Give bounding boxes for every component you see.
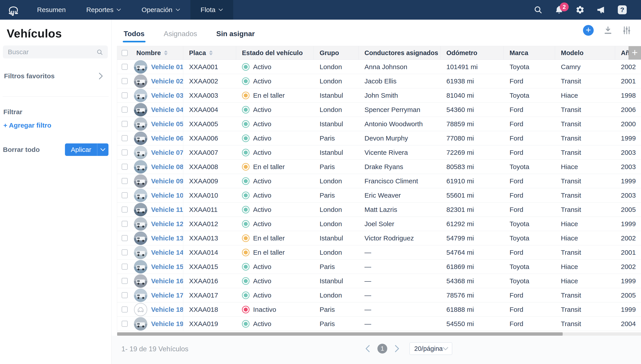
vehicle-name-link[interactable]: Vehicle 04 [151,106,183,114]
table-row[interactable]: Vehicle 10XXAA010ActivoParisEric Weaver5… [117,188,641,202]
vehicle-name-link[interactable]: Vehicle 19 [151,320,183,328]
page-size-select[interactable]: 20/página [410,342,452,355]
row-checkbox[interactable] [122,292,128,298]
table-row[interactable]: Vehicle 04XXAA004ActivoLondonSpencer Per… [117,102,641,117]
table-row[interactable]: Vehicle 16XXAA016ActivoIstanbul—54368 mi… [117,274,641,288]
row-checkbox[interactable] [122,206,128,212]
table-row[interactable]: Vehicle 05XXAA005ActivoIstanbulAntonio W… [117,117,641,131]
status-label: Activo [253,320,271,328]
row-checkbox[interactable] [122,192,128,198]
vehicle-name-link[interactable]: Vehicle 07 [151,149,183,156]
vehicle-photo [134,260,148,274]
vehicle-name-link[interactable]: Vehicle 12 [151,220,183,228]
row-checkbox[interactable] [122,64,128,70]
table-row[interactable]: Vehicle 07XXAA007ActivoIstanbulVicente R… [117,146,641,160]
row-checkbox[interactable] [122,106,128,113]
search-icon[interactable] [533,5,543,14]
year-cell: 1999 [615,217,641,231]
search-input[interactable] [3,46,108,58]
favorite-filters-row[interactable]: Filtros favoritos [4,72,103,80]
drivers-cell: Anna Johnson [359,60,441,74]
vehicle-name-link[interactable]: Vehicle 18 [151,306,183,313]
table-row[interactable]: Vehicle 11XXAA011ActivoLondonMatt Lazris… [117,202,641,217]
sort-icon[interactable] [164,50,168,55]
table-row[interactable]: Vehicle 19XXAA019ActivoParis—54550 miFor… [117,317,641,331]
vehicle-name-link[interactable]: Vehicle 09 [151,177,183,185]
table-row[interactable]: Vehicle 12XXAA012ActivoLondonJoel Soler6… [117,217,641,231]
table-row[interactable]: Vehicle 18XXAA018InactivoParis—61888 miF… [117,302,641,317]
vehicle-name-link[interactable]: Vehicle 08 [151,163,183,170]
row-checkbox[interactable] [122,249,128,256]
year-cell: 2001 [615,245,641,260]
table-row[interactable]: Vehicle 06XXAA006ActivoParisDevon Murphy… [117,131,641,146]
tab-asignados[interactable]: Asignados [164,30,197,39]
nav-item-operacion[interactable]: Operación [131,0,190,20]
vehicle-name-link[interactable]: Vehicle 10 [151,192,183,199]
clear-all-button[interactable]: Borrar todo [3,146,40,154]
row-checkbox[interactable] [122,121,128,127]
prev-page-button[interactable] [365,345,371,352]
column-header-name[interactable]: Nombre [131,46,183,60]
add-vehicle-button[interactable]: + [583,25,594,36]
row-checkbox[interactable] [122,150,128,156]
apply-button[interactable]: Aplicar [65,144,97,156]
row-checkbox[interactable] [122,306,128,312]
row-checkbox[interactable] [122,221,128,227]
year-cell: 2000 [615,117,641,131]
table-row[interactable]: Vehicle 13XXAA013En el tallerIstanbulVic… [117,231,641,245]
status-cell: Activo [236,202,314,216]
row-checkbox[interactable] [122,135,128,141]
page-1-button[interactable]: 1 [377,344,387,354]
select-all-checkbox[interactable] [122,50,128,56]
add-filter-button[interactable]: + Agregar filtro [3,122,111,129]
status-label: Activo [253,177,271,185]
row-checkbox[interactable] [122,178,128,184]
vehicle-name-link[interactable]: Vehicle 16 [151,277,183,285]
nav-item-flota[interactable]: Flota [190,0,233,20]
table-row[interactable]: Vehicle 15XXAA015ActivoParis—61869 miToy… [117,260,641,274]
vehicle-name-link[interactable]: Vehicle 03 [151,92,183,99]
row-checkbox[interactable] [122,164,128,170]
help-icon[interactable]: ? [618,5,627,14]
table-row[interactable]: Vehicle 17XXAA017ActivoLondon—78576 miFo… [117,288,641,302]
export-download-icon[interactable] [603,26,612,35]
sort-icon[interactable] [209,50,213,55]
row-checkbox[interactable] [122,264,128,270]
row-checkbox-cell [117,217,131,231]
vehicle-name-link[interactable]: Vehicle 15 [151,263,183,270]
row-checkbox[interactable] [122,278,128,284]
table-row[interactable]: Vehicle 09XXAA009ActivoLondonFrancisco C… [117,174,641,188]
vehicle-name-link[interactable]: Vehicle 02 [151,78,183,85]
settings-icon[interactable] [575,5,585,14]
horizontal-scrollbar-thumb[interactable] [117,332,563,336]
table-row[interactable]: Vehicle 08XXAA008En el tallerParisDrake … [117,160,641,174]
row-checkbox[interactable] [122,78,128,84]
vehicle-name-link[interactable]: Vehicle 06 [151,134,183,142]
vehicle-name-link[interactable]: Vehicle 01 [151,63,183,71]
table-row[interactable]: Vehicle 02XXAA002ActivoLondonJacob Ellis… [117,74,641,88]
notifications-icon[interactable]: 2 [554,5,564,14]
table-row[interactable]: Vehicle 01XXAA001ActivoLondonAnna Johnso… [117,60,641,74]
model-cell: Transit [555,202,615,216]
tab-todos[interactable]: Todos [124,30,145,39]
vehicle-name-link[interactable]: Vehicle 11 [151,206,183,214]
nav-item-resumen[interactable]: Resumen [27,0,76,20]
vehicle-name-link[interactable]: Vehicle 14 [151,249,183,256]
row-checkbox[interactable] [122,92,128,98]
row-checkbox[interactable] [122,321,128,327]
vehicle-name-link[interactable]: Vehicle 17 [151,292,183,299]
next-page-button[interactable] [394,345,400,352]
apply-dropdown-button[interactable] [97,144,109,156]
table-row[interactable]: Vehicle 14XXAA014En el tallerLondon—5476… [117,245,641,260]
add-column-button[interactable]: + [628,46,641,60]
announcements-icon[interactable] [596,5,606,14]
table-row[interactable]: Vehicle 03XXAA003En el tallerIstanbulJoh… [117,88,641,102]
tab-sin-asignar[interactable]: Sin asignar [216,30,255,39]
jellyfish-logo[interactable] [0,0,27,20]
nav-item-reportes[interactable]: Reportes [76,0,131,20]
row-checkbox[interactable] [122,235,128,241]
column-header-plate[interactable]: Placa [183,46,236,60]
column-settings-icon[interactable] [622,26,631,35]
vehicle-name-link[interactable]: Vehicle 05 [151,120,183,128]
vehicle-name-link[interactable]: Vehicle 13 [151,234,183,242]
